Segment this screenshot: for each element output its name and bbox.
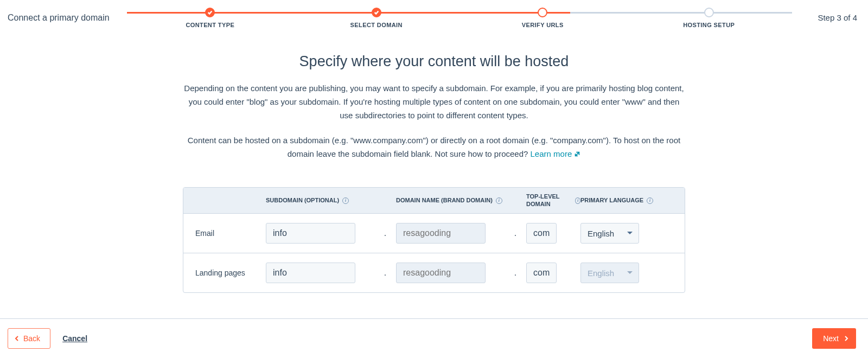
external-link-icon bbox=[574, 151, 580, 157]
chevron-right-icon bbox=[843, 336, 848, 341]
description-2-text: Content can be hosted on a subdomain (e.… bbox=[188, 136, 680, 158]
info-icon[interactable]: i bbox=[342, 197, 349, 204]
check-icon bbox=[374, 10, 379, 15]
row-label-landing-pages: Landing pages bbox=[195, 268, 266, 278]
main-content: Specify where your content will be hoste… bbox=[179, 53, 689, 293]
headline: Specify where your content will be hoste… bbox=[179, 53, 689, 70]
step-1-circle bbox=[205, 8, 215, 17]
page-title: Connect a primary domain bbox=[8, 8, 127, 23]
step-4-circle bbox=[704, 8, 714, 17]
step-1-label: CONTENT TYPE bbox=[127, 22, 293, 28]
chevron-left-icon bbox=[15, 336, 20, 341]
domain-name-input bbox=[396, 263, 486, 283]
tld-input[interactable] bbox=[526, 263, 557, 283]
chevron-down-icon bbox=[627, 270, 633, 276]
next-label: Next bbox=[823, 334, 839, 343]
separator-dot: . bbox=[374, 228, 396, 238]
step-2-circle bbox=[372, 8, 381, 17]
chevron-down-icon bbox=[627, 230, 633, 236]
col-subdomain: SUBDOMAIN (OPTIONAL) i bbox=[266, 197, 374, 204]
info-icon[interactable]: i bbox=[575, 197, 580, 204]
cancel-button[interactable]: Cancel bbox=[62, 334, 87, 343]
next-button[interactable]: Next bbox=[812, 328, 856, 349]
language-select: English bbox=[580, 263, 639, 283]
step-4-label: HOSTING SETUP bbox=[626, 22, 793, 28]
footer-bar: Back Cancel Next bbox=[0, 318, 868, 358]
tld-input[interactable] bbox=[526, 223, 557, 244]
description-1: Depending on the content you are publish… bbox=[182, 82, 686, 122]
subdomain-input[interactable] bbox=[266, 223, 355, 244]
step-indicator: Step 3 of 4 bbox=[792, 8, 857, 22]
check-icon bbox=[207, 10, 213, 15]
col-tld: TOP-LEVEL DOMAIN i bbox=[526, 193, 580, 208]
description-2: Content can be hosted on a subdomain (e.… bbox=[179, 134, 689, 161]
col-domain-name: DOMAIN NAME (BRAND DOMAIN) i bbox=[396, 197, 505, 204]
language-value: English bbox=[588, 229, 614, 238]
language-select[interactable]: English bbox=[580, 223, 639, 244]
step-3-circle bbox=[538, 8, 547, 17]
step-2-label: SELECT DOMAIN bbox=[293, 22, 460, 28]
separator-dot: . bbox=[505, 228, 526, 238]
subdomain-input[interactable] bbox=[266, 263, 355, 283]
separator-dot: . bbox=[505, 268, 526, 278]
back-button[interactable]: Back bbox=[8, 328, 50, 349]
stepper: CONTENT TYPE SELECT DOMAIN VERIFY URLS H… bbox=[127, 8, 792, 28]
domain-name-input bbox=[396, 223, 486, 244]
step-3-label: VERIFY URLS bbox=[459, 22, 626, 28]
top-bar: Connect a primary domain CONTENT TYPE SE… bbox=[0, 0, 868, 28]
col-language: PRIMARY LANGUAGE i bbox=[580, 197, 673, 204]
table-row: Landing pages . . English bbox=[183, 253, 685, 292]
learn-more-link[interactable]: Learn more bbox=[531, 148, 581, 161]
language-value: English bbox=[588, 268, 614, 278]
info-icon[interactable]: i bbox=[647, 197, 653, 204]
info-icon[interactable]: i bbox=[496, 197, 502, 204]
table-row: Email . . English bbox=[183, 214, 685, 253]
row-label-email: Email bbox=[195, 228, 266, 239]
domain-table: SUBDOMAIN (OPTIONAL) i DOMAIN NAME (BRAN… bbox=[183, 187, 685, 293]
back-label: Back bbox=[23, 334, 40, 343]
separator-dot: . bbox=[374, 268, 396, 278]
learn-more-label: Learn more bbox=[531, 148, 572, 161]
